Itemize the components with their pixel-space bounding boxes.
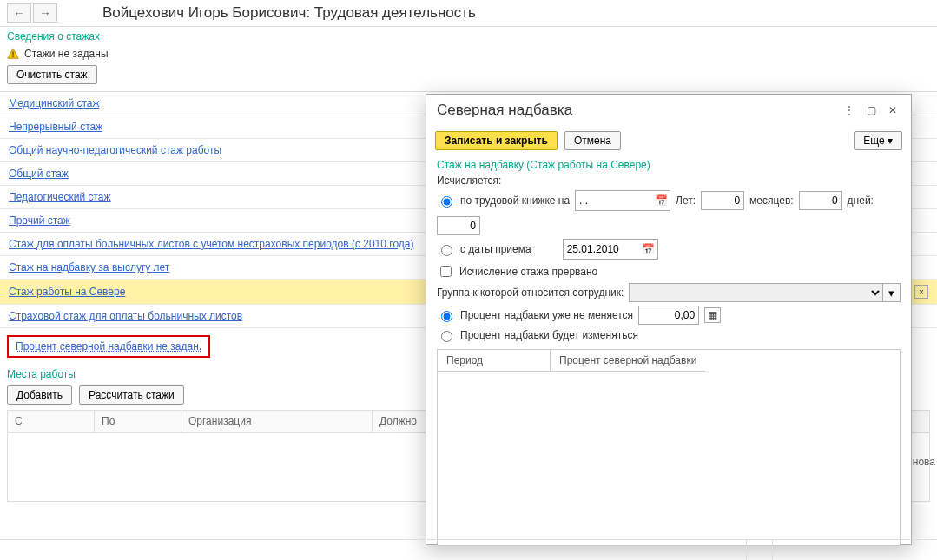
save-close-button[interactable]: Записать и закрыть — [435, 131, 558, 150]
dialog-close-icon[interactable]: ✕ — [885, 102, 901, 118]
by-book-label: по трудовой книжке на — [460, 194, 570, 207]
percent-schedule-table: Период Процент северной надбавки — [437, 349, 901, 505]
col-org[interactable]: Организация — [181, 411, 373, 432]
by-hire-radio[interactable] — [441, 245, 452, 256]
calculator-icon[interactable]: ▦ — [704, 307, 721, 323]
page-title: Войцехович Игорь Борисович: Трудовая дея… — [102, 4, 476, 22]
calc-experience-button[interactable]: Рассчитать стажи — [79, 385, 184, 405]
stage-link[interactable]: Стаж работы на Севере — [9, 286, 125, 298]
percent-warning-highlight: Процент северной надбавки не задан. — [7, 335, 210, 358]
clear-icon[interactable]: × — [914, 285, 928, 299]
group-label: Группа к которой относится сотрудник: — [437, 287, 624, 299]
group-dropdown-button[interactable]: ▾ — [883, 283, 901, 302]
cancel-button[interactable]: Отмена — [564, 131, 621, 150]
svg-rect-0 — [12, 51, 13, 55]
stage-link[interactable]: Педагогический стаж — [9, 191, 111, 203]
col-percent[interactable]: Процент северной надбавки — [551, 350, 705, 372]
svg-rect-1 — [12, 56, 13, 57]
group-select[interactable] — [629, 283, 883, 302]
days-input[interactable] — [437, 216, 480, 235]
add-workplace-button[interactable]: Добавить — [7, 385, 72, 405]
by-book-radio[interactable] — [441, 196, 452, 208]
book-date-input[interactable] — [576, 191, 652, 210]
months-label: месяцев: — [749, 194, 794, 207]
interrupted-checkbox[interactable] — [440, 266, 452, 277]
stage-link[interactable]: Прочий стаж — [9, 214, 70, 227]
stage-link[interactable]: Общий научно-педагогический стаж работы — [9, 144, 221, 156]
dialog-maximize-icon[interactable]: ▢ — [863, 102, 880, 118]
days-label: дней: — [848, 194, 874, 207]
north-allowance-dialog: Северная надбавка ⋮ ▢ ✕ Записать и закры… — [426, 94, 912, 505]
stage-link[interactable]: Медицинский стаж — [9, 97, 100, 109]
nav-back-button[interactable]: ← — [7, 3, 31, 23]
more-actions-button[interactable]: Еще ▾ — [854, 131, 902, 150]
warning-text: Стажи не заданы — [24, 48, 109, 60]
book-date-field[interactable]: 📅 — [575, 190, 670, 211]
pct-fixed-label: Процент надбавки уже не меняется — [460, 309, 633, 321]
col-to[interactable]: По — [95, 411, 181, 432]
pct-fixed-radio[interactable] — [441, 311, 452, 322]
pct-value-input[interactable] — [638, 306, 699, 325]
workplaces-header[interactable]: Места работы — [7, 368, 76, 380]
col-period[interactable]: Период — [438, 350, 551, 372]
years-input[interactable] — [701, 191, 744, 210]
col-from[interactable]: С — [8, 411, 95, 432]
calendar-icon[interactable]: 📅 — [640, 243, 657, 255]
years-label: Лет: — [676, 194, 696, 207]
warning-icon — [7, 48, 19, 60]
experience-info-link[interactable]: Сведения о стажах — [7, 30, 100, 43]
clear-experience-button[interactable]: Очистить стаж — [7, 65, 97, 84]
hire-date-field[interactable]: 📅 — [563, 239, 658, 260]
by-hire-label: с даты приема — [460, 243, 531, 255]
stage-link[interactable]: Общий стаж — [9, 168, 69, 180]
stage-link[interactable]: Страховой стаж для оплаты больничных лис… — [9, 310, 242, 322]
pct-varies-radio[interactable] — [441, 331, 452, 342]
stage-link[interactable]: Стаж на надбавку за выслугу лет — [9, 261, 169, 273]
months-input[interactable] — [799, 191, 842, 210]
interrupted-label: Исчисление стажа прервано — [459, 266, 597, 278]
percent-warning-link[interactable]: Процент северной надбавки не задан. — [16, 340, 201, 352]
percent-schedule-body[interactable] — [438, 372, 900, 505]
dialog-title: Северная надбавка — [437, 102, 572, 119]
stage-link[interactable]: Стаж для оплаты больничных листов с учет… — [9, 238, 414, 250]
pct-varies-label: Процент надбавки будет изменяться — [460, 329, 638, 341]
dialog-more-icon[interactable]: ⋮ — [841, 102, 858, 118]
dialog-experience-link[interactable]: Стаж на надбавку (Стаж работы на Севере) — [437, 159, 650, 171]
calendar-icon[interactable]: 📅 — [652, 194, 670, 207]
nav-forward-button[interactable]: → — [33, 3, 57, 23]
calc-label: Исчисляется: — [437, 175, 501, 187]
hire-date-input[interactable] — [564, 240, 640, 259]
stage-link[interactable]: Непрерывный стаж — [9, 121, 102, 133]
